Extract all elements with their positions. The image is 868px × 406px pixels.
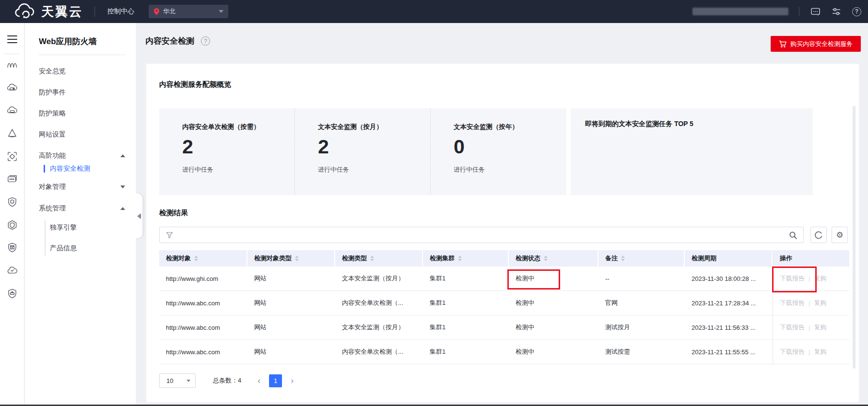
quota-card-yearly: 文本安全监测（按年） 0 进行中任务 [431,108,566,195]
sort-icon[interactable] [544,255,548,261]
app-window: 天翼云 控制中心 华北 [0,0,868,406]
help-icon[interactable]: ? [852,7,861,16]
sidebar-title-divider [39,55,125,55]
sidebar-item-product-info[interactable]: 产品信息 [25,240,136,257]
main-content: 内容安全检测 ? 购买内容安全检测服务 内容检测服务配额概览 内容安全单次检测（… [136,23,868,405]
repurchase-link[interactable]: 复购 [814,299,826,307]
rail-divider [4,54,20,54]
cell-actions: 下载报告|复购 [773,315,849,339]
filter-funnel-icon [166,232,173,239]
cloud-waf-icon[interactable] [7,82,18,93]
next-page-button[interactable]: › [291,376,293,385]
col-header-cluster[interactable]: 检测集群 [423,250,509,267]
quota-card-icon[interactable] [7,174,18,185]
sidebar-item-protection-policy[interactable]: 防护策略 [25,105,136,122]
icon-rail [0,23,24,405]
cell-detect-type: 内容安全单次检测（... [335,291,423,315]
download-report-link[interactable]: 下载报告 [780,299,805,307]
annotation-box-download-report [772,267,817,292]
sort-icon[interactable] [295,255,299,261]
page-size-value: 10 [166,377,173,384]
monitor-waves-icon[interactable] [7,59,18,70]
download-report-link[interactable]: 下载报告 [780,348,805,356]
console-center-link[interactable]: 控制中心 [107,7,134,16]
quota-section-title: 内容检测服务配额概览 [159,80,231,89]
repurchase-link[interactable]: 复购 [814,323,826,332]
cloud-check-icon[interactable] [7,265,18,276]
buy-service-button[interactable]: 购买内容安全检测服务 [771,36,861,52]
col-header-target-type[interactable]: 检测对象类型 [247,250,335,267]
quota-label: 内容安全单次检测（按需） [182,123,294,131]
table-header-row: 检测对象 检测对象类型 检测类型 检测集群 检测状态 备注 检测周期 操作 [159,250,849,267]
column-settings-button[interactable]: ⚙ [832,227,848,243]
prev-page-button[interactable]: ‹ [258,376,260,385]
results-section-title: 检测结果 [159,209,188,218]
sort-icon[interactable] [370,255,374,261]
col-header-target[interactable]: 检测对象 [159,250,247,267]
user-account-redacted[interactable] [692,8,788,15]
shield-server-icon[interactable] [7,288,18,299]
shield-hexagon-icon[interactable] [7,220,18,231]
nav-divider [94,6,95,17]
cell-target-type: 网站 [247,340,335,364]
sidebar-item-website-settings[interactable]: 网站设置 [25,126,136,143]
brand-name: 天翼云 [41,3,83,20]
gear-icon: ⚙ [836,230,843,240]
preferences-sliders-icon[interactable] [831,6,842,17]
sidebar-item-content-security-detection[interactable]: 内容安全检测 [25,160,136,177]
quota-label: 文本安全监测（按年） [454,123,566,131]
table-row: http://www.abc.com 网站 内容安全单次检测（... 集群1 检… [159,291,849,315]
pyramid-icon[interactable] [7,128,18,139]
shield-db-icon[interactable] [7,197,18,208]
filter-input[interactable] [159,227,804,243]
cart-icon [779,40,787,48]
sort-icon[interactable] [458,255,462,261]
cell-target-type: 网站 [247,315,335,339]
cloud-service-icon[interactable] [7,105,18,116]
card-scrollbar[interactable] [853,106,856,369]
quota-panel: 内容安全单次检测（按需） 2 进行中任务 文本安全监测（按月） 2 进行中任务 … [159,108,566,195]
results-table: 检测对象 检测对象类型 检测类型 检测集群 检测状态 备注 检测周期 操作 ht… [159,250,849,364]
repurchase-link[interactable]: 复购 [814,348,826,356]
collapse-arrow-icon [120,154,125,157]
pagination: 10 总条数：4 ‹ 1 › [159,373,293,388]
cell-cluster: 集群1 [423,315,509,339]
download-report-link[interactable]: 下载报告 [780,323,805,332]
quota-value: 0 [454,137,566,157]
quota-caption: 进行中任务 [182,165,294,174]
col-header-detect-type[interactable]: 检测类型 [335,250,423,267]
sidebar-item-system-management[interactable]: 系统管理 [25,200,136,217]
shield-grid-icon[interactable] [7,242,18,253]
total-count: 总条数：4 [213,376,241,385]
page-number-1[interactable]: 1 [269,374,282,387]
sidebar-item-security-overview[interactable]: 安全总览 [25,63,136,80]
cell-target-type: 网站 [247,267,335,290]
refresh-button[interactable] [810,227,827,243]
region-selector[interactable]: 华北 [149,5,228,18]
sidebar-item-dedicated-engine[interactable]: 独享引擎 [25,219,136,236]
buy-button-label: 购买内容安全检测服务 [790,40,853,48]
sort-icon[interactable] [621,255,625,261]
quota-value: 2 [318,137,430,157]
sort-icon[interactable] [194,255,198,261]
cell-period: 2023-11-21 17:28:34 ... [685,291,773,315]
page-help-icon[interactable]: ? [201,36,210,46]
cell-status: 检测中 [509,340,598,364]
page-title: 内容安全检测 [145,35,194,46]
sidebar-item-object-management[interactable]: 对象管理 [25,178,136,196]
table-row: http://www.abc.com 网站 内容安全单次检测（... 集群1 检… [159,340,849,364]
search-icon[interactable] [789,231,798,240]
menu-hamburger-icon[interactable] [7,35,17,43]
page-size-select[interactable]: 10 [159,373,196,388]
cell-detect-type: 文本安全监测（按月） [335,267,423,290]
sidebar-collapse-handle[interactable] [136,194,142,238]
col-header-remark[interactable]: 备注 [598,250,685,267]
cell-target: http://www.abc.com [159,315,247,339]
cell-target-type: 网站 [247,291,335,315]
scan-detect-icon[interactable] [7,151,18,162]
sidebar-item-protection-events[interactable]: 防护事件 [25,84,136,101]
message-icon[interactable] [810,6,821,17]
brand-logo[interactable]: 天翼云 [14,3,83,20]
col-header-status[interactable]: 检测状态 [509,250,598,267]
region-value: 华北 [163,7,219,16]
